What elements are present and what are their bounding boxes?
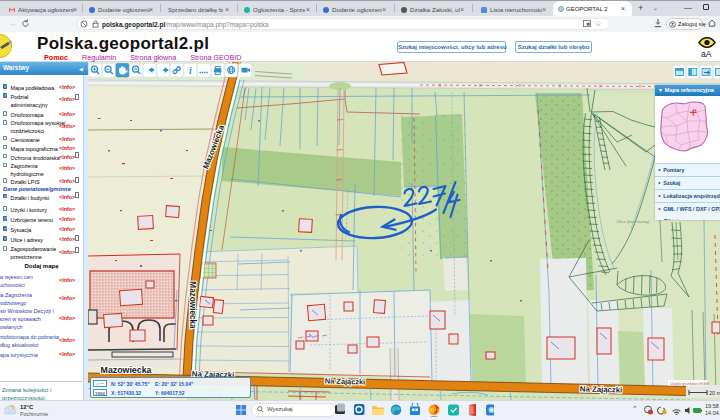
svg-text:Na Zajączki: Na Zajączki bbox=[325, 376, 365, 386]
svg-text:Użytki gruntowe EGiB: Użytki gruntowe EGiB bbox=[670, 381, 709, 386]
svg-text:i: i bbox=[189, 65, 192, 76]
svg-text:20 m: 20 m bbox=[709, 390, 720, 396]
svg-text:Mazowiecka: Mazowiecka bbox=[101, 365, 152, 375]
svg-text:Mazowiecka: Mazowiecka bbox=[188, 281, 197, 329]
svg-text:Ulica (bez nazwy): Ulica (bez nazwy) bbox=[616, 219, 650, 224]
svg-text:Na Zajączki: Na Zajączki bbox=[580, 384, 623, 394]
